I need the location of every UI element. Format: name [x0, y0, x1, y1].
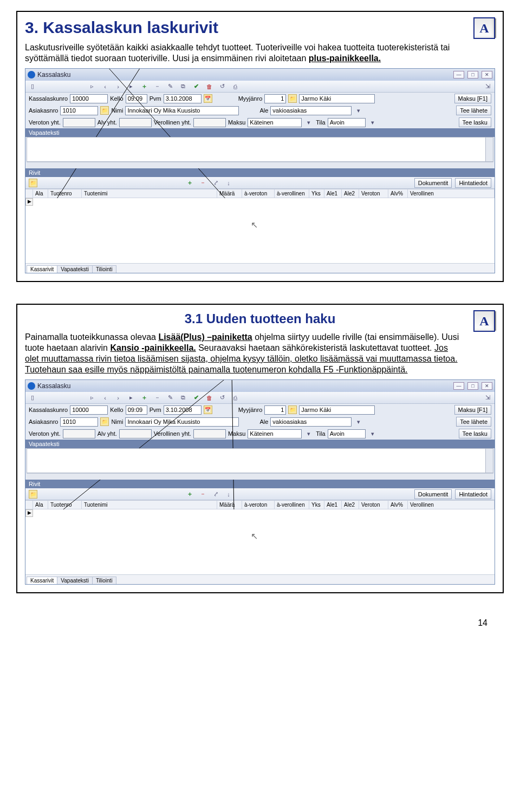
folder-icon[interactable]: 📁	[29, 490, 37, 499]
tool-edit-icon[interactable]: ✎	[165, 82, 175, 91]
col-tuotenimi[interactable]: Tuotenimi	[82, 501, 217, 509]
tool-next-icon[interactable]: ›	[113, 82, 123, 91]
maximize-button[interactable]: □	[467, 71, 478, 78]
fld-maksu[interactable]: Käteinen	[248, 118, 302, 127]
fld-myyjanro[interactable]: 1	[264, 405, 286, 415]
dropdown-icon[interactable]: ▾	[354, 106, 363, 115]
tool-trash-icon[interactable]: 🗑	[204, 82, 214, 91]
tool-first-icon[interactable]: ▹	[87, 82, 97, 91]
dropdown-icon[interactable]: ▾	[354, 417, 363, 426]
col-tuotenro[interactable]: Tuotenro	[48, 501, 82, 509]
maximize-button[interactable]: □	[467, 382, 478, 390]
tool-next-icon[interactable]: ›	[113, 394, 123, 402]
row-minus-icon[interactable]: －	[198, 490, 207, 499]
col-alv[interactable]: Alv%	[388, 501, 408, 509]
tool-doc-icon[interactable]: ▯	[28, 82, 37, 91]
fld-maksu[interactable]: Käteinen	[248, 429, 302, 438]
tool-prev-icon[interactable]: ‹	[100, 394, 110, 402]
dropdown-icon[interactable]: ▾	[304, 429, 314, 438]
fld-myyjanro[interactable]: 1	[264, 94, 286, 103]
folder-icon[interactable]: 📁	[100, 106, 109, 115]
tool-export-icon[interactable]: ⇲	[483, 394, 492, 402]
row-plus-icon[interactable]: ＋	[185, 179, 194, 187]
tool-trash-icon[interactable]: 🗑	[204, 394, 214, 402]
fld-pvm[interactable]: 3.10.2008	[164, 405, 202, 415]
tool-doc-icon[interactable]: ▯	[28, 394, 37, 402]
tool-print-icon[interactable]: ⎙	[230, 82, 240, 91]
vapaateksti-area[interactable]	[27, 448, 493, 473]
row-export-icon[interactable]: ⤤	[211, 179, 220, 187]
folder-icon[interactable]: 📁	[288, 94, 297, 103]
tee-lahete-button[interactable]: Tee lähete	[456, 417, 491, 427]
tool-print-icon[interactable]: ⎙	[230, 394, 240, 402]
hintatiedot-button[interactable]: Hintatiedot	[455, 178, 491, 188]
tool-attach-icon[interactable]: ↺	[217, 82, 227, 91]
col-averoton[interactable]: à-veroton	[242, 189, 275, 198]
minimize-button[interactable]: —	[453, 382, 464, 390]
col-ale2[interactable]: Ale2	[342, 189, 359, 198]
col-yks[interactable]: Yks	[309, 189, 324, 198]
tool-check-icon[interactable]: ✔	[191, 82, 201, 91]
tool-export-icon[interactable]: ⇲	[483, 82, 492, 91]
minimize-button[interactable]: —	[453, 71, 464, 78]
close-button[interactable]: ✕	[482, 382, 492, 390]
row-plus-icon[interactable]: ＋	[185, 490, 194, 499]
tool-copy-icon[interactable]: ⧉	[178, 394, 188, 402]
fld-myyja[interactable]: Jarmo Käki	[299, 405, 375, 415]
col-veroton[interactable]: Veroton	[359, 189, 388, 198]
col-verollinen[interactable]: Verollinen	[408, 189, 495, 198]
folder-icon[interactable]: 📁	[288, 405, 297, 414]
hintatiedot-button[interactable]: Hintatiedot	[455, 489, 491, 499]
tool-attach-icon[interactable]: ↺	[217, 394, 227, 402]
row-minus-icon[interactable]: －	[198, 179, 207, 187]
dropdown-icon[interactable]: ▾	[368, 118, 378, 127]
tab-kassarivit[interactable]: Kassarivit	[27, 265, 57, 273]
folder-icon[interactable]: 📁	[29, 179, 37, 187]
col-ala[interactable]: Ala	[33, 501, 48, 509]
vapaateksti-area[interactable]	[27, 137, 493, 162]
col-yks[interactable]: Yks	[309, 501, 324, 509]
dokumentit-button[interactable]: Dokumentit	[414, 178, 452, 188]
folder-icon[interactable]: 📁	[100, 417, 109, 426]
tool-first-icon[interactable]: ▹	[87, 394, 97, 402]
dropdown-icon[interactable]: ▾	[368, 429, 378, 438]
col-verollinen[interactable]: Verollinen	[408, 501, 495, 509]
tool-plus-icon[interactable]: ＋	[139, 82, 149, 91]
fld-nimi[interactable]: Innokaari Oy Mika Kuusisto	[125, 106, 239, 115]
tab-tiliointi[interactable]: Tiliointi	[92, 577, 116, 584]
fld-kassalaskunro[interactable]: 10000	[70, 94, 108, 103]
dropdown-icon[interactable]: ▾	[304, 118, 314, 127]
fld-tila[interactable]: Avoin	[328, 429, 366, 438]
row-down-icon[interactable]: ↓	[224, 490, 233, 499]
col-averollinen[interactable]: à-verollinen	[275, 189, 309, 198]
col-ale1[interactable]: Ale1	[324, 189, 342, 198]
tab-tiliointi[interactable]: Tiliointi	[92, 265, 116, 273]
fld-asiakasnro[interactable]: 1010	[60, 106, 98, 115]
tool-minus-icon[interactable]: －	[152, 82, 162, 91]
row-down-icon[interactable]: ↓	[224, 179, 233, 187]
close-button[interactable]: ✕	[482, 71, 492, 78]
fld-ale[interactable]: vakioasiakas	[270, 106, 352, 115]
col-averollinen[interactable]: à-verollinen	[275, 501, 309, 509]
tool-plus-icon[interactable]: ＋	[139, 394, 149, 402]
grid-body[interactable]: ▶ ↖	[25, 198, 495, 263]
calendar-icon[interactable]: 📅	[204, 94, 212, 103]
tee-lahete-button[interactable]: Tee lähete	[456, 106, 491, 115]
fld-nimi[interactable]: Innokaari Oy Mika Kuusisto	[125, 417, 239, 427]
dokumentit-button[interactable]: Dokumentit	[414, 489, 452, 499]
fld-ale[interactable]: vakioasiakas	[270, 417, 352, 427]
fld-asiakasnro[interactable]: 1010	[60, 417, 98, 427]
tee-lasku-button[interactable]: Tee lasku	[459, 117, 491, 127]
tee-lasku-button[interactable]: Tee lasku	[459, 429, 491, 438]
tool-last-icon[interactable]: ▸	[126, 394, 136, 402]
tool-minus-icon[interactable]: －	[152, 394, 162, 402]
fld-myyja[interactable]: Jarmo Käki	[299, 94, 375, 103]
fld-tila[interactable]: Avoin	[328, 118, 366, 127]
fld-kello[interactable]: 09:09	[126, 405, 147, 415]
tab-vapaateksti[interactable]: Vapaateksti	[57, 577, 93, 584]
fld-kello[interactable]: 09:09	[126, 94, 147, 103]
hscroll[interactable]	[27, 162, 493, 168]
tool-check-icon[interactable]: ✔	[191, 394, 201, 402]
col-maara[interactable]: Määrä	[217, 501, 242, 509]
col-averoton[interactable]: à-veroton	[242, 501, 275, 509]
